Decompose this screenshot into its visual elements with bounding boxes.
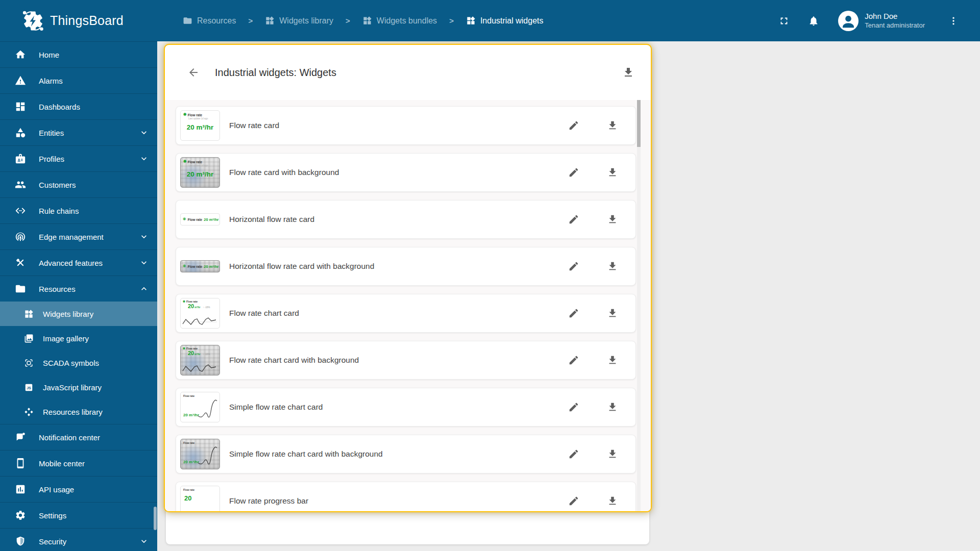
widget-row-horizontal-flow-rate-card[interactable]: ❋ Flow rate 20 m³/hr Horizontal flow rat…	[176, 200, 636, 239]
bar-chart-icon	[14, 484, 27, 495]
breadcrumb-widgets-bundles[interactable]: Widgets bundles	[362, 16, 437, 26]
sidebar-item-widgets-library[interactable]: Widgets library	[0, 302, 157, 326]
widget-thumbnail: Flow rate 20	[180, 486, 220, 511]
profiles-badge-icon	[14, 153, 27, 164]
list-scrollbar-track[interactable]	[637, 100, 641, 511]
avatar[interactable]	[838, 11, 859, 31]
alarm-warning-icon	[14, 75, 27, 86]
widget-thumbnail: Flow rate 20 m³/hr	[180, 439, 220, 469]
fan-icon: ❋	[183, 217, 186, 221]
sidebar-item-settings[interactable]: Settings	[0, 502, 157, 528]
download-icon	[607, 167, 618, 178]
pencil-icon	[568, 495, 579, 507]
export-bundle-button[interactable]	[618, 62, 639, 83]
edge-antenna-icon	[14, 231, 27, 242]
export-widget-button[interactable]	[602, 115, 623, 136]
edit-widget-button[interactable]	[564, 491, 584, 511]
fan-icon: ❋	[183, 160, 187, 164]
edit-widget-button[interactable]	[564, 303, 584, 323]
export-widget-button[interactable]	[602, 491, 623, 511]
fullscreen-button[interactable]	[774, 11, 794, 31]
mini-line-chart	[198, 397, 218, 420]
sidebar-item-profiles[interactable]: Profiles	[0, 145, 157, 171]
edit-widget-button[interactable]	[564, 444, 584, 464]
notifications-button[interactable]	[803, 11, 824, 31]
sidebar-scrollbar-thumb[interactable]	[154, 507, 157, 530]
sidebar-item-dashboards[interactable]: Dashboards	[0, 93, 157, 119]
breadcrumb-resources[interactable]: Resources	[183, 16, 236, 26]
breadcrumb-separator: >	[248, 16, 253, 25]
download-icon	[607, 308, 618, 319]
sidebar-item-alarms[interactable]: Alarms	[0, 67, 157, 93]
thingsboard-logo[interactable]: ThingsBoard	[0, 9, 157, 33]
download-icon	[607, 495, 618, 507]
sidebar-item-resources-library[interactable]: Resources library	[0, 399, 157, 424]
diamonds-icon	[23, 407, 34, 417]
sidebar-item-api-usage[interactable]: API usage	[0, 476, 157, 502]
widget-title: Horizontal flow rate card with backgroun…	[229, 262, 374, 271]
breadcrumb-industrial-widgets[interactable]: Industrial widgets	[466, 16, 544, 26]
scada-icon	[23, 358, 34, 368]
kebab-menu-icon	[948, 16, 959, 26]
export-widget-button[interactable]	[602, 209, 623, 230]
widget-row-simple-flow-rate-chart-card[interactable]: Flow rate 20 m³/hr Simple flow rate char…	[176, 388, 636, 427]
sidebar-item-scada-symbols[interactable]: SCADA symbols	[0, 350, 157, 375]
export-widget-button[interactable]	[602, 303, 623, 323]
edit-widget-button[interactable]	[564, 115, 584, 136]
widget-title: Simple flow rate chart card	[229, 403, 323, 412]
sidebar-item-javascript-library[interactable]: JS JavaScript library	[0, 375, 157, 399]
export-widget-button[interactable]	[602, 444, 623, 464]
sidebar-item-mobile-center[interactable]: Mobile center	[0, 450, 157, 476]
svg-text:JS: JS	[27, 386, 31, 390]
edit-widget-button[interactable]	[564, 256, 584, 277]
fan-icon: ❋	[183, 347, 185, 350]
sidebar-item-security[interactable]: Security	[0, 528, 157, 551]
sidebar-item-edge-management[interactable]: Edge management	[0, 223, 157, 249]
widget-row-flow-rate-card-bg[interactable]: ❋Flow rate Last update 1d ago 20 m³/hr F…	[176, 153, 636, 192]
widget-title: Horizontal flow rate card	[229, 215, 314, 224]
export-widget-button[interactable]	[602, 256, 623, 277]
widget-thumbnail: ❋ Flow rate 20 m³/hr	[180, 251, 220, 282]
mini-line-chart	[182, 362, 217, 373]
app-title: ThingsBoard	[50, 13, 124, 28]
customers-icon	[14, 179, 27, 190]
back-button[interactable]	[183, 62, 204, 83]
pencil-icon	[568, 308, 579, 319]
list-scrollbar-thumb[interactable]	[637, 100, 641, 147]
panel-title: Industrial widgets: Widgets	[215, 67, 336, 79]
more-menu-button[interactable]	[943, 11, 964, 31]
widgets-icon	[265, 16, 275, 26]
sidebar-item-notification-center[interactable]: Notification center	[0, 424, 157, 450]
sidebar-item-entities[interactable]: Entities	[0, 119, 157, 145]
widget-row-flow-rate-chart-card[interactable]: ❋Flow rate 20 m³/hr ↑ -16% Flow rate cha…	[176, 294, 636, 333]
breadcrumb-separator: >	[346, 16, 350, 25]
fan-icon: ❋	[183, 113, 187, 117]
sidebar-item-resources[interactable]: Resources	[0, 276, 157, 302]
image-gallery-icon	[23, 334, 34, 343]
widget-row-horizontal-flow-rate-card-bg[interactable]: ❋ Flow rate 20 m³/hr Horizontal flow rat…	[176, 247, 636, 286]
sidebar-item-advanced-features[interactable]: Advanced features	[0, 249, 157, 276]
edit-widget-button[interactable]	[564, 209, 584, 230]
user-menu[interactable]: John Doe Tenant administrator	[865, 12, 925, 30]
sidebar-item-customers[interactable]: Customers	[0, 171, 157, 197]
export-widget-button[interactable]	[602, 397, 623, 417]
widget-row-flow-rate-chart-card-bg[interactable]: ❋Flow rate 20 m³/hr ↑ -16% Flow rate cha…	[176, 341, 636, 380]
download-icon	[607, 261, 618, 272]
edit-widget-button[interactable]	[564, 397, 584, 417]
entities-icon	[14, 127, 27, 138]
breadcrumb-widgets-library[interactable]: Widgets library	[265, 16, 333, 26]
export-widget-button[interactable]	[602, 350, 623, 370]
widgets-list: ❋Flow rate Last update 1d ago 20 m³/hr F…	[165, 100, 651, 511]
widget-row-flow-rate-card[interactable]: ❋Flow rate Last update 1d ago 20 m³/hr F…	[176, 106, 636, 145]
sidebar-item-image-gallery[interactable]: Image gallery	[0, 326, 157, 350]
sidebar-item-home[interactable]: Home	[0, 41, 157, 67]
widget-row-flow-rate-progress-bar[interactable]: Flow rate 20 Flow rate progress bar	[176, 482, 636, 511]
widget-row-simple-flow-rate-chart-card-bg[interactable]: Flow rate 20 m³/hr Simple flow rate char…	[176, 435, 636, 473]
edit-widget-button[interactable]	[564, 162, 584, 183]
widget-title: Flow rate card	[229, 121, 279, 130]
export-widget-button[interactable]	[602, 162, 623, 183]
shield-icon	[14, 536, 27, 547]
sidebar-item-rule-chains[interactable]: Rule chains	[0, 197, 157, 223]
edit-widget-button[interactable]	[564, 350, 584, 370]
widgets-icon	[362, 16, 372, 26]
